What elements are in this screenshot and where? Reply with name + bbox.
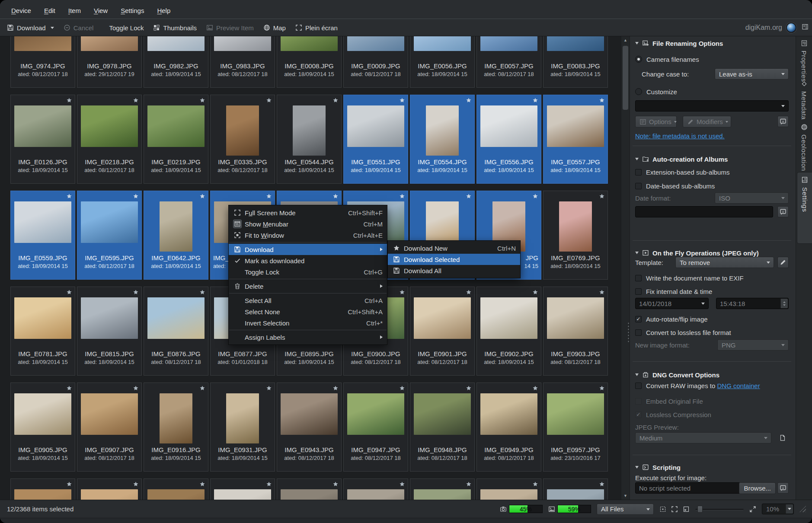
- photo-thumbnail[interactable]: [160, 201, 192, 252]
- checkbox-icon[interactable]: [635, 288, 642, 295]
- photo-thumbnail[interactable]: [214, 489, 271, 500]
- thumbnail-cell[interactable]: IMG_E0595.JPGated: 08/12/2017 18: [77, 191, 142, 280]
- thumbnails-button[interactable]: Thumbnails: [153, 24, 197, 32]
- star-icon[interactable]: [66, 289, 72, 295]
- star-icon[interactable]: [332, 385, 339, 391]
- section-scripting[interactable]: Scripting: [635, 462, 789, 472]
- collapse-caret-icon[interactable]: [635, 373, 639, 376]
- photo-thumbnail[interactable]: [147, 105, 205, 147]
- photo-thumbnail[interactable]: [547, 489, 604, 500]
- star-icon[interactable]: [133, 289, 139, 295]
- checkbox-icon[interactable]: [635, 383, 642, 389]
- checkbox-icon[interactable]: [635, 329, 642, 336]
- thumbnail-cell[interactable]: IMG_E0957.JPGated: 23/10/2016 17: [543, 383, 608, 472]
- star-icon[interactable]: [66, 481, 72, 487]
- panel-toggle-icon[interactable]: [802, 23, 809, 30]
- menu-item-download-all[interactable]: Download All: [388, 265, 520, 276]
- toggle-lock-button[interactable]: Toggle Lock: [109, 24, 144, 32]
- menu-item-fit-to-window[interactable]: Fit to WindowCtrl+Alt+E: [229, 230, 387, 241]
- star-icon[interactable]: [66, 385, 72, 391]
- photo-thumbnail[interactable]: [480, 297, 537, 339]
- thumbnail-cell[interactable]: [343, 478, 408, 500]
- tab-geolocation[interactable]: Geolocation: [796, 124, 812, 171]
- star-icon[interactable]: [599, 193, 605, 199]
- customize-radio[interactable]: Customize: [635, 86, 789, 97]
- photo-thumbnail[interactable]: [147, 489, 205, 500]
- radio-icon[interactable]: [635, 88, 642, 95]
- template-edit-button[interactable]: [777, 257, 789, 268]
- star-icon[interactable]: [399, 289, 405, 295]
- tab-settings[interactable]: Settings: [797, 172, 812, 244]
- star-icon[interactable]: [133, 97, 139, 103]
- menu-settings[interactable]: Settings: [121, 7, 144, 14]
- photo-thumbnail[interactable]: [547, 105, 604, 147]
- thumbnail-cell[interactable]: IMG_0983.JPGated: 08/12/2017 18: [210, 36, 275, 88]
- thumbnail-cell[interactable]: IMG_E0083.JPGated: 18/09/2014 15: [543, 36, 608, 88]
- star-icon[interactable]: [532, 97, 538, 103]
- thumbnail-cell[interactable]: [277, 478, 342, 500]
- star-icon[interactable]: [466, 385, 472, 391]
- menu-item-download-selected[interactable]: Download Selected: [388, 254, 520, 265]
- thumbnail-cell[interactable]: IMG_E0219.JPGated: 18/09/2014 15: [144, 95, 208, 184]
- collapse-caret-icon[interactable]: [635, 42, 639, 45]
- extension-subalbums-checkbox[interactable]: Extension-based sub-albums: [635, 166, 789, 178]
- photo-thumbnail[interactable]: [81, 201, 138, 243]
- convert-raw-checkbox[interactable]: Convert RAW images to DNG container: [635, 380, 789, 391]
- photo-thumbnail[interactable]: [14, 201, 71, 243]
- map-button[interactable]: Map: [263, 24, 286, 32]
- star-icon[interactable]: [399, 97, 405, 103]
- thumbnail-cell[interactable]: IMG_E0769.JPGated: 18/09/2014 15: [543, 191, 608, 280]
- script-info-button[interactable]: [777, 482, 789, 494]
- collapse-caret-icon[interactable]: [635, 252, 639, 254]
- photo-thumbnail[interactable]: [480, 393, 537, 435]
- star-icon[interactable]: [466, 289, 472, 295]
- photo-thumbnail[interactable]: [414, 36, 471, 51]
- star-icon[interactable]: [332, 97, 339, 103]
- collapse-caret-icon[interactable]: [635, 158, 639, 160]
- thumbnail-cell[interactable]: IMG_E0943.JPGated: 08/12/2017 18: [277, 383, 342, 472]
- photo-thumbnail[interactable]: [347, 393, 404, 435]
- photo-thumbnail[interactable]: [414, 297, 471, 339]
- thumbnail-cell[interactable]: IMG_E0642.JPGated: 18/09/2014 15: [144, 191, 208, 280]
- metadata-note-link[interactable]: Note: file metadata is not used.: [635, 132, 725, 140]
- thumbnail-cell[interactable]: IMG_E0557.JPGated: 18/09/2014 15: [543, 95, 608, 184]
- change-case-select[interactable]: Leave as-is: [715, 68, 789, 80]
- thumbnail-cell[interactable]: IMG_E0781.JPGated: 18/09/2014 15: [10, 287, 75, 376]
- star-icon[interactable]: [599, 481, 605, 487]
- photo-thumbnail[interactable]: [14, 36, 71, 51]
- photo-thumbnail[interactable]: [414, 393, 471, 435]
- thumbnail-cell[interactable]: IMG_0982.JPGated: 18/09/2014 15: [144, 36, 208, 88]
- photo-thumbnail[interactable]: [81, 36, 138, 51]
- date-subalbums-checkbox[interactable]: Date-based sub-albums: [635, 180, 789, 191]
- menu-item-assign-labels[interactable]: Assign Labels: [229, 332, 387, 343]
- photo-thumbnail[interactable]: [480, 489, 537, 500]
- photo-thumbnail[interactable]: [480, 36, 537, 51]
- checkbox-icon[interactable]: [635, 169, 642, 175]
- thumbnail-cell[interactable]: IMG_E0218.JPGated: 08/12/2017 18: [77, 95, 142, 184]
- photo-thumbnail[interactable]: [347, 105, 404, 147]
- menu-help[interactable]: Help: [157, 7, 170, 14]
- photo-thumbnail[interactable]: [214, 36, 271, 51]
- thumbnail-cell[interactable]: IMG_E0056.JPGated: 18/09/2014 15: [410, 36, 475, 88]
- star-icon[interactable]: [532, 385, 538, 391]
- thumbnail-cell[interactable]: IMG_E0903.JPGated: 08/12/2017 18: [543, 287, 608, 376]
- menu-item-delete[interactable]: Delete: [229, 281, 387, 292]
- star-icon[interactable]: [199, 385, 205, 391]
- fit-to-window-button[interactable]: [671, 506, 678, 513]
- thumbnail-cell[interactable]: [410, 478, 475, 500]
- menu-device[interactable]: Device: [11, 7, 31, 14]
- photo-thumbnail[interactable]: [14, 297, 71, 339]
- menu-item-mark-as-downloaded[interactable]: Mark as downloaded: [229, 255, 387, 266]
- menu-item-show-menubar[interactable]: Show MenubarCtrl+M: [229, 218, 387, 230]
- photo-thumbnail[interactable]: [160, 393, 192, 443]
- star-icon[interactable]: [133, 481, 139, 487]
- download-button[interactable]: Download: [7, 24, 54, 32]
- dng-container-link[interactable]: DNG container: [717, 382, 760, 389]
- photo-thumbnail[interactable]: [547, 393, 604, 435]
- tab-properties[interactable]: Properties: [796, 40, 812, 82]
- photo-thumbnail[interactable]: [14, 393, 71, 435]
- script-path-input[interactable]: No script selected: [635, 482, 740, 494]
- thumbnail-cell[interactable]: IMG_E0335.JPGated: 08/12/2017 18: [210, 95, 275, 184]
- thumbnail-cell[interactable]: IMG_E0009.JPGated: 08/12/2017 18: [343, 36, 408, 88]
- photo-thumbnail[interactable]: [81, 105, 138, 147]
